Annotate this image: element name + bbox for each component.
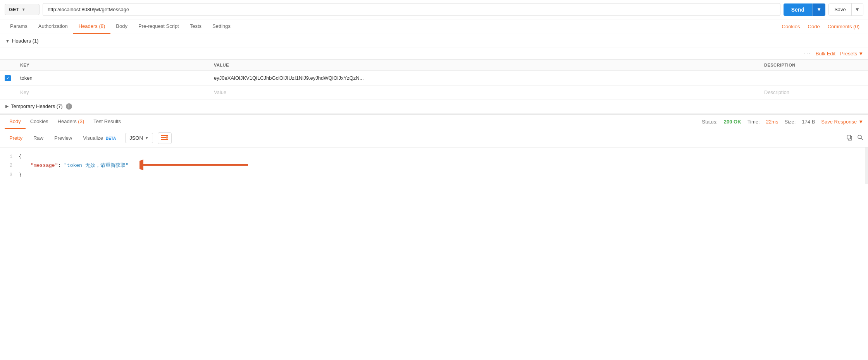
wrap-button[interactable] (158, 132, 172, 144)
res-headers-badge: (3) (78, 118, 84, 124)
code-line-3: 3 } (0, 170, 868, 180)
save-response-chevron-icon: ▼ (858, 119, 863, 125)
code-key-value: "message": "token 无效，请重新获取" (19, 161, 868, 170)
save-button-group: Save ▼ (828, 3, 863, 16)
tab-headers[interactable]: Headers (8) (73, 19, 111, 34)
svg-line-6 (861, 138, 863, 140)
svg-rect-4 (847, 135, 851, 139)
res-tab-cookies[interactable]: Cookies (26, 115, 53, 129)
save-button[interactable]: Save (829, 3, 851, 15)
response-body-toolbar: Pretty Raw Preview Visualize BETA JSON ▼ (0, 129, 868, 147)
save-dropdown-button[interactable]: ▼ (851, 3, 863, 15)
send-button-group: Send ▼ (784, 3, 825, 16)
header-description-placeholder-cell[interactable]: Description (760, 85, 868, 99)
col-value-header: VALUE (209, 60, 760, 71)
search-icon[interactable] (857, 134, 863, 142)
json-chevron-icon: ▼ (145, 136, 149, 140)
tab-settings[interactable]: Settings (207, 19, 236, 34)
json-value: "token 无效，请重新获取" (64, 163, 128, 168)
format-preview[interactable]: Preview (50, 133, 77, 143)
response-status-bar: Status: 200 OK Time: 22ms Size: 174 B Sa… (702, 119, 863, 125)
tab-authorization[interactable]: Authorization (33, 19, 73, 34)
comments-link[interactable]: Comments (0) (824, 20, 863, 33)
time-value: 22ms (766, 119, 778, 125)
format-pretty[interactable]: Pretty (5, 133, 27, 143)
format-visualize[interactable]: Visualize BETA (78, 133, 121, 143)
header-value-cell[interactable]: eyJ0eXAiOiJKV1QiLCJhbGciOiJIUzI1NiJ9.eyJ… (209, 71, 760, 86)
copy-icon[interactable] (846, 134, 852, 142)
res-right-icons (846, 134, 863, 142)
response-body: 1 { 2 "message": "token 无效，请重新获取" (0, 147, 868, 184)
method-select[interactable]: GET ▼ (5, 4, 40, 15)
col-description-header: DESCRIPTION (760, 60, 868, 71)
tab-body[interactable]: Body (110, 19, 133, 34)
code-brace-close: } (19, 170, 868, 179)
header-value-placeholder-cell[interactable]: Value (209, 85, 760, 99)
send-button[interactable]: Send (784, 3, 812, 16)
method-label: GET (9, 7, 19, 12)
request-tabs: Params Authorization Headers (8) Body Pr… (0, 19, 868, 34)
presets-chevron-icon: ▼ (858, 51, 863, 57)
headers-section-title: Headers (1) (12, 38, 39, 44)
res-tab-body[interactable]: Body (5, 115, 26, 129)
right-tabs: Cookies Code Comments (0) (778, 20, 863, 33)
bulk-edit-button[interactable]: Bulk Edit (816, 51, 835, 57)
headers-badge: (8) (99, 23, 105, 29)
checkbox-checked-icon[interactable] (5, 75, 11, 81)
info-icon[interactable]: i (66, 103, 72, 110)
tab-pre-request-script[interactable]: Pre-request Script (133, 19, 184, 34)
code-brace-open: { (19, 152, 868, 161)
cookies-link[interactable]: Cookies (778, 20, 804, 33)
code-line-1: 1 { (0, 152, 868, 161)
row-checkbox-cell-empty[interactable] (0, 85, 16, 99)
method-chevron-icon: ▼ (22, 7, 26, 12)
res-tab-test-results[interactable]: Test Results (89, 115, 126, 129)
table-toolbar: ··· Bulk Edit Presets ▼ (0, 48, 868, 59)
response-tabs: Body Cookies Headers (3) Test Results St… (0, 115, 868, 129)
code-line-2: 2 "message": "token 无效，请重新获取" (0, 161, 868, 170)
json-format-select[interactable]: JSON ▼ (125, 133, 153, 143)
tab-params[interactable]: Params (5, 19, 33, 34)
col-check-header (0, 60, 16, 71)
table-row: token eyJ0eXAiOiJKV1QiLCJhbGciOiJIUzI1Ni… (0, 71, 868, 86)
headers-table: KEY VALUE DESCRIPTION token eyJ0eXAiOiJK… (0, 59, 868, 99)
top-bar: GET ▼ Send ▼ Save ▼ (0, 0, 868, 19)
json-key: "message" (31, 163, 58, 168)
header-key-cell[interactable]: token (16, 71, 209, 86)
code-link[interactable]: Code (804, 20, 824, 33)
size-value: 174 B (802, 119, 815, 125)
table-row: Key Value Description (0, 85, 868, 99)
send-dropdown-button[interactable]: ▼ (812, 3, 825, 16)
save-response-button[interactable]: Save Response ▼ (821, 119, 863, 125)
line-number: 2 (0, 162, 19, 170)
header-description-cell[interactable] (760, 71, 868, 86)
headers-toggle-icon[interactable]: ▼ (5, 39, 10, 43)
format-raw[interactable]: Raw (29, 133, 48, 143)
col-key-header: KEY (16, 60, 209, 71)
status-value: 200 OK (724, 119, 741, 125)
temp-headers-title: Temporary Headers (7) (11, 103, 63, 109)
url-input[interactable] (43, 3, 780, 16)
beta-badge: BETA (106, 136, 116, 141)
more-options-icon[interactable]: ··· (804, 50, 811, 57)
response-code-area: 1 { 2 "message": "token 无效，请重新获取" (0, 147, 868, 184)
response-section: Body Cookies Headers (3) Test Results St… (0, 114, 868, 184)
row-checkbox-cell[interactable] (0, 71, 16, 86)
headers-section-header: ▼ Headers (1) (0, 34, 868, 48)
temp-headers-toggle-icon[interactable]: ▶ (5, 104, 9, 109)
scrollbar[interactable] (865, 147, 868, 184)
tab-tests[interactable]: Tests (184, 19, 207, 34)
presets-button[interactable]: Presets ▼ (840, 51, 863, 57)
line-number: 1 (0, 153, 19, 161)
temp-headers-section: ▶ Temporary Headers (7) i (0, 99, 868, 114)
res-tab-headers[interactable]: Headers (3) (53, 115, 89, 129)
line-number: 3 (0, 171, 19, 180)
header-key-placeholder-cell[interactable]: Key (16, 85, 209, 99)
